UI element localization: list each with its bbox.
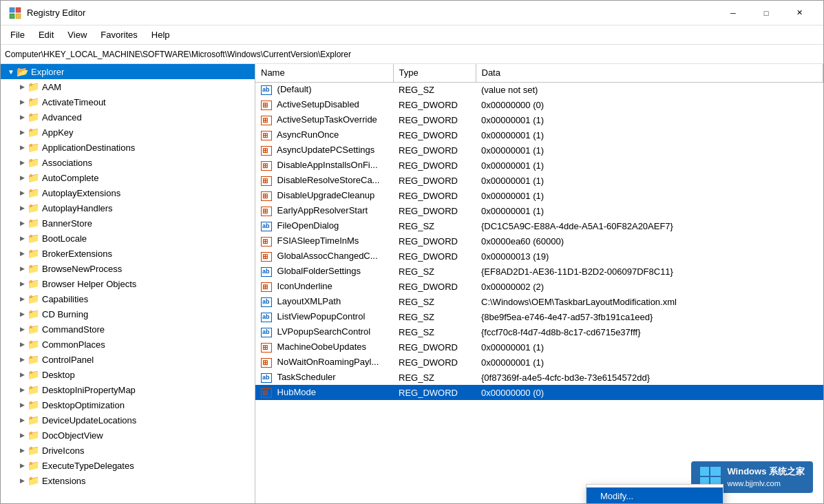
tree-item-cd-burning[interactable]: ▶📁CD Burning — [1, 306, 255, 322]
tree-item-commandstore[interactable]: ▶📁CommandStore — [1, 322, 255, 337]
folder-icon: 📁 — [27, 308, 39, 319]
table-row[interactable]: ⊞ AsyncUpdatePCSettingsREG_DWORD0x000000… — [255, 143, 823, 158]
table-row[interactable]: ⊞ NoWaitOnRoamingPayl...REG_DWORD0x00000… — [255, 355, 823, 370]
table-row[interactable]: ⊞ ActiveSetupTaskOverrideREG_DWORD0x0000… — [255, 112, 823, 127]
folder-icon: 📁 — [27, 293, 39, 304]
tree-item-explorer[interactable]: ▼📂Explorer — [1, 64, 255, 79]
folder-icon: 📁 — [27, 81, 39, 92]
tree-item-capabilities[interactable]: ▶📁Capabilities — [1, 291, 255, 306]
context-menu[interactable]: Modify... Modify Binary Data... Delete R… — [586, 484, 723, 503]
table-row[interactable]: ab ListViewPopupControlREG_SZ{8be9f5ea-e… — [255, 309, 823, 324]
tree-arrow-icon: ▶ — [17, 280, 27, 287]
tree-item-activatetimeout[interactable]: ▶📁ActivateTimeout — [1, 94, 255, 109]
tree-arrow-icon: ▶ — [17, 386, 27, 393]
close-button[interactable]: ✕ — [783, 2, 815, 24]
registry-data-cell: 0x00000001 (1) — [476, 158, 823, 173]
registry-values-panel[interactable]: Name Type Data ab (Default)REG_SZ(value … — [255, 64, 823, 503]
registry-type-cell: REG_SZ — [393, 370, 476, 385]
tree-item-bannerstore[interactable]: ▶📁BannerStore — [1, 216, 255, 231]
table-row[interactable]: ab LVPopupSearchControlREG_SZ{fccf70c8-f… — [255, 324, 823, 339]
table-row[interactable]: ⊞ ActiveSetupDisabledREG_DWORD0x00000000… — [255, 97, 823, 112]
tree-arrow-icon: ▶ — [17, 326, 27, 333]
tree-item-label: BrowseNewProcess — [42, 264, 122, 274]
table-row[interactable]: ab GlobalFolderSettingsREG_SZ{EF8AD2D1-A… — [255, 264, 823, 279]
tree-panel[interactable]: ▼📂Explorer▶📁AAM▶📁ActivateTimeout▶📁Advanc… — [1, 64, 255, 503]
tree-item-browsenewprocess[interactable]: ▶📁BrowseNewProcess — [1, 261, 255, 276]
registry-name-cell: ⊞ ActiveSetupTaskOverride — [255, 112, 393, 127]
table-row[interactable]: ab FileOpenDialogREG_SZ{DC1C5A9C-E88A-4d… — [255, 218, 823, 233]
menu-view[interactable]: View — [61, 27, 94, 43]
menu-help[interactable]: Help — [145, 27, 177, 43]
tree-item-browser-helper-objects[interactable]: ▶📁Browser Helper Objects — [1, 276, 255, 291]
folder-icon: 📁 — [27, 278, 39, 289]
registry-data-cell: 0x00000000 (0) — [476, 97, 823, 112]
tree-item-brokerextensions[interactable]: ▶📁BrokerExtensions — [1, 246, 255, 261]
reg-sz-icon: ab — [261, 85, 272, 95]
registry-data-cell: 0x00000001 (1) — [476, 112, 823, 127]
tree-item-applicationdestinations[interactable]: ▶📁ApplicationDestinations — [1, 140, 255, 155]
tree-item-desktopoptimization[interactable]: ▶📁DesktopOptimization — [1, 397, 255, 412]
table-row[interactable]: ⊞ AsyncRunOnceREG_DWORD0x00000001 (1) — [255, 127, 823, 143]
tree-item-label: AutoplayHandlers — [42, 203, 113, 213]
tree-item-label: ApplicationDestinations — [42, 143, 135, 153]
menu-file[interactable]: File — [3, 27, 32, 43]
registry-type-cell: REG_DWORD — [393, 127, 476, 143]
tree-item-label: DriveIcons — [42, 445, 84, 456]
tree-item-commonplaces[interactable]: ▶📁CommonPlaces — [1, 337, 255, 352]
table-row[interactable]: ⊞ DisableAppInstallsOnFi...REG_DWORD0x00… — [255, 158, 823, 173]
tree-arrow-icon: ▶ — [17, 204, 27, 211]
registry-type-cell: REG_DWORD — [393, 188, 476, 203]
table-row[interactable]: ⊞ EarlyAppResolverStartREG_DWORD0x000000… — [255, 203, 823, 218]
registry-name-cell: ab (Default) — [255, 82, 393, 97]
col-header-type: Type — [393, 64, 476, 82]
table-row[interactable]: ab (Default)REG_SZ(value not set) — [255, 82, 823, 97]
main-content: ▼📂Explorer▶📁AAM▶📁ActivateTimeout▶📁Advanc… — [1, 64, 823, 503]
maximize-button[interactable]: □ — [750, 2, 782, 24]
table-row[interactable]: ⊞ GlobalAssocChangedC...REG_DWORD0x00000… — [255, 249, 823, 264]
table-row[interactable]: ⊞ FSIASleepTimeInMsREG_DWORD0x0000ea60 (… — [255, 233, 823, 249]
tree-arrow-icon: ▶ — [17, 144, 27, 151]
registry-data-cell: {EF8AD2D1-AE36-11D1-B2D2-006097DF8C11} — [476, 264, 823, 279]
tree-arrow-icon: ▶ — [17, 174, 27, 181]
tree-item-desktopinipropertymap[interactable]: ▶📁DesktopIniPropertyMap — [1, 382, 255, 397]
tree-item-bootlocale[interactable]: ▶📁BootLocale — [1, 231, 255, 246]
table-row[interactable]: ⊞ MachineOobeUpdatesREG_DWORD0x00000001 … — [255, 339, 823, 355]
menu-favorites[interactable]: Favorites — [94, 27, 144, 43]
table-row[interactable]: ⊞ DisableUpgradeCleanupREG_DWORD0x000000… — [255, 188, 823, 203]
tree-item-executetypedelegates[interactable]: ▶📁ExecuteTypeDelegates — [1, 458, 255, 473]
table-row[interactable]: ⊞ HubModeREG_DWORD0x00000000 (0) — [255, 385, 823, 400]
reg-dword-icon: ⊞ — [261, 343, 272, 353]
tree-item-label: Advanced — [42, 112, 82, 123]
tree-item-driveicons[interactable]: ▶📁DriveIcons — [1, 443, 255, 458]
tree-item-autocomplete[interactable]: ▶📁AutoComplete — [1, 170, 255, 185]
reg-dword-icon: ⊞ — [261, 207, 272, 216]
tree-item-appkey[interactable]: ▶📁AppKey — [1, 125, 255, 140]
tree-item-desktop[interactable]: ▶📁Desktop — [1, 367, 255, 382]
registry-name-cell: ab LVPopupSearchControl — [255, 324, 393, 339]
table-row[interactable]: ab LayoutXMLPathREG_SZC:\Windows\OEM\Tas… — [255, 294, 823, 309]
svg-rect-3 — [16, 14, 21, 19]
tree-item-autoplayhandlers[interactable]: ▶📁AutoplayHandlers — [1, 200, 255, 216]
tree-item-aam[interactable]: ▶📁AAM — [1, 79, 255, 94]
tree-item-label: AutoComplete — [42, 173, 98, 183]
window-controls: ─ □ ✕ — [717, 2, 815, 24]
tree-item-controlpanel[interactable]: ▶📁ControlPanel — [1, 352, 255, 367]
tree-item-deviceupdatelocations[interactable]: ▶📁DeviceUpdateLocations — [1, 412, 255, 428]
tree-item-advanced[interactable]: ▶📁Advanced — [1, 109, 255, 125]
registry-data-cell: C:\Windows\OEM\TaskbarLayoutModification… — [476, 294, 823, 309]
folder-icon: 📁 — [27, 112, 39, 123]
table-row[interactable]: ⊞ IconUnderlineREG_DWORD0x00000002 (2) — [255, 279, 823, 294]
tree-item-autoplayextensions[interactable]: ▶📁AutoplayExtensions — [1, 185, 255, 200]
tree-item-docobjectview[interactable]: ▶📁DocObjectView — [1, 428, 255, 443]
minimize-button[interactable]: ─ — [717, 2, 749, 24]
registry-name-cell: ⊞ AsyncRunOnce — [255, 127, 393, 143]
tree-item-label: BrokerExtensions — [42, 249, 112, 259]
table-row[interactable]: ab TaskSchedulerREG_SZ{0f87369f-a4e5-4cf… — [255, 370, 823, 385]
table-row[interactable]: ⊞ DisableResolveStoreCa...REG_DWORD0x000… — [255, 173, 823, 188]
reg-dword-icon: ⊞ — [261, 252, 272, 262]
tree-arrow-icon: ▶ — [17, 477, 27, 484]
menu-edit[interactable]: Edit — [32, 27, 61, 43]
context-menu-modify[interactable]: Modify... — [587, 487, 723, 503]
tree-item-extensions[interactable]: ▶📁Extensions — [1, 473, 255, 488]
tree-item-associations[interactable]: ▶📁Associations — [1, 155, 255, 170]
